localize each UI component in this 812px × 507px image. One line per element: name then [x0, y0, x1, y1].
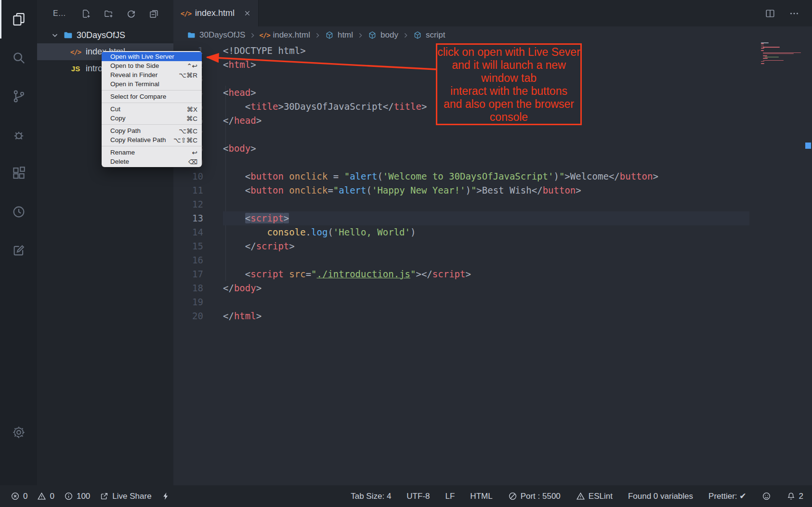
status-text: UTF-8	[406, 492, 430, 501]
html-file-icon: </>	[71, 47, 80, 57]
menu-item-cut[interactable]: Cut⌘X	[102, 104, 202, 114]
menu-item-label: Copy Path	[110, 127, 141, 134]
refresh-icon[interactable]	[126, 9, 136, 19]
menu-item-copy-path[interactable]: Copy Path⌥⌘C	[102, 126, 202, 135]
status-text: Port : 5500	[521, 492, 561, 501]
sidebar-folder-30daysofjs[interactable]: 30DaysOfJS	[37, 27, 173, 43]
breadcrumb-label: html	[338, 30, 353, 40]
line-number: 13	[173, 211, 223, 225]
breadcrumb-index-html[interactable]: </>index.html	[260, 30, 310, 40]
line-number: 16	[173, 253, 223, 267]
breadcrumb-label: script	[426, 30, 445, 40]
status-language-mode[interactable]: HTML	[470, 492, 492, 501]
new-folder-icon[interactable]	[104, 9, 114, 19]
menu-item-shortcut: ⌃↩	[186, 62, 197, 70]
activity-search[interactable]	[0, 39, 37, 77]
status-feedback-smiley[interactable]	[762, 492, 771, 501]
menu-item-open-to-the-side[interactable]: Open to the Side⌃↩	[102, 61, 202, 70]
activity-debug[interactable]	[0, 116, 37, 154]
cube-icon	[413, 31, 422, 39]
activity-extensions[interactable]	[0, 154, 37, 193]
code-line-13: 13 <script>	[173, 211, 812, 225]
code-line-18: 18</body>	[173, 281, 812, 295]
activity-feedback[interactable]	[0, 231, 37, 270]
folder-icon	[63, 30, 73, 40]
bolt-icon	[161, 492, 170, 501]
menu-item-label: Open in Terminal	[110, 80, 159, 88]
chevron-right-icon	[249, 31, 257, 39]
scrollbar-marker	[805, 143, 811, 149]
status-eol[interactable]: LF	[445, 492, 455, 501]
menu-item-label: Copy Relative Path	[110, 136, 166, 143]
tab-index-html[interactable]: </> index.html	[173, 0, 259, 26]
line-number: 19	[173, 295, 223, 309]
menu-item-reveal-in-finder[interactable]: Reveal in Finder⌥⌘R	[102, 70, 202, 79]
tab-bar: </> index.html	[173, 0, 812, 26]
status-quick-bolt[interactable]	[161, 492, 170, 501]
breadcrumb: 30DaysOfJS</>index.htmlhtmlbodyscript	[173, 26, 812, 44]
menu-item-open-with-live-server[interactable]: Open with Live Server	[102, 52, 202, 61]
menu-item-label: Delete	[110, 158, 129, 165]
menu-item-copy-relative-path[interactable]: Copy Relative Path⌥⇧⌘C	[102, 135, 202, 144]
menu-separator	[102, 90, 202, 91]
cube-icon	[325, 31, 334, 39]
status-tab-size[interactable]: Tab Size: 4	[351, 492, 391, 501]
status-live-share[interactable]: Live Share	[100, 492, 151, 501]
status-text: Prettier: ✔	[708, 491, 746, 501]
status-notifications[interactable]: 2	[786, 492, 803, 501]
htmlfile-icon: </>	[260, 31, 269, 39]
warning-icon	[37, 492, 46, 501]
menu-item-label: Rename	[110, 149, 135, 156]
feedback-icon	[12, 243, 26, 258]
code-line-14: 14 console.log('Hello, World')	[173, 225, 812, 239]
line-number: 12	[173, 197, 223, 211]
new-file-icon[interactable]	[81, 9, 91, 19]
more-actions-icon[interactable]	[789, 8, 799, 19]
folder-icon	[187, 31, 196, 39]
line-number: 20	[173, 309, 223, 323]
menu-item-copy[interactable]: Copy⌘C	[102, 114, 202, 123]
status-variables[interactable]: Found 0 variables	[628, 492, 693, 501]
status-live-server-port[interactable]: Port : 5500	[508, 492, 561, 501]
explorer-icon	[12, 12, 26, 26]
status-text: 2	[799, 492, 803, 501]
breadcrumb-30daysofjs[interactable]: 30DaysOfJS	[187, 30, 245, 40]
menu-item-delete[interactable]: Delete⌫	[102, 157, 202, 166]
status-bar: 00100Live Share Tab Size: 4UTF-8LFHTMLPo…	[0, 485, 812, 507]
error-icon	[11, 492, 20, 501]
status-errors[interactable]: 0	[11, 492, 27, 501]
split-editor-icon[interactable]	[765, 8, 775, 19]
collapse-all-icon[interactable]	[149, 9, 159, 19]
menu-item-rename[interactable]: Rename↩	[102, 148, 202, 157]
minimap[interactable]	[761, 42, 804, 65]
menu-item-select-for-compare[interactable]: Select for Compare	[102, 92, 202, 101]
activity-source-control[interactable]	[0, 77, 37, 116]
chevron-down-icon	[51, 31, 59, 39]
menu-separator	[102, 146, 202, 146]
status-encoding[interactable]: UTF-8	[406, 492, 430, 501]
menu-item-open-in-terminal[interactable]: Open in Terminal	[102, 79, 202, 89]
activity-explorer[interactable]	[0, 0, 37, 39]
activity-settings[interactable]	[0, 413, 37, 452]
activity-history[interactable]	[0, 193, 37, 231]
close-icon[interactable]	[243, 9, 251, 17]
breadcrumb-script[interactable]: script	[413, 30, 445, 40]
chevron-right-icon	[314, 31, 322, 39]
annotation-box: click on open with Live Sever and it wil…	[436, 43, 582, 125]
info-icon	[64, 492, 73, 501]
status-text: LF	[445, 492, 455, 501]
menu-item-label: Cut	[110, 105, 120, 113]
code-line-15: 15 </script>	[173, 239, 812, 253]
status-text: ESLint	[589, 492, 613, 501]
breadcrumb-html[interactable]: html	[325, 30, 353, 40]
status-warnings[interactable]: 0	[37, 492, 54, 501]
breadcrumb-body[interactable]: body	[368, 30, 398, 40]
status-eslint[interactable]: ESLint	[576, 492, 613, 501]
chevron-right-icon	[356, 31, 365, 39]
status-prettier[interactable]: Prettier: ✔	[708, 491, 746, 501]
source-control-icon	[12, 89, 26, 104]
status-info-count[interactable]: 100	[64, 492, 90, 501]
status-text: HTML	[470, 492, 492, 501]
menu-item-shortcut: ⌥⌘R	[179, 71, 197, 79]
code-line-10: 10 <button onclick = "alert('Welcome to …	[173, 169, 812, 183]
